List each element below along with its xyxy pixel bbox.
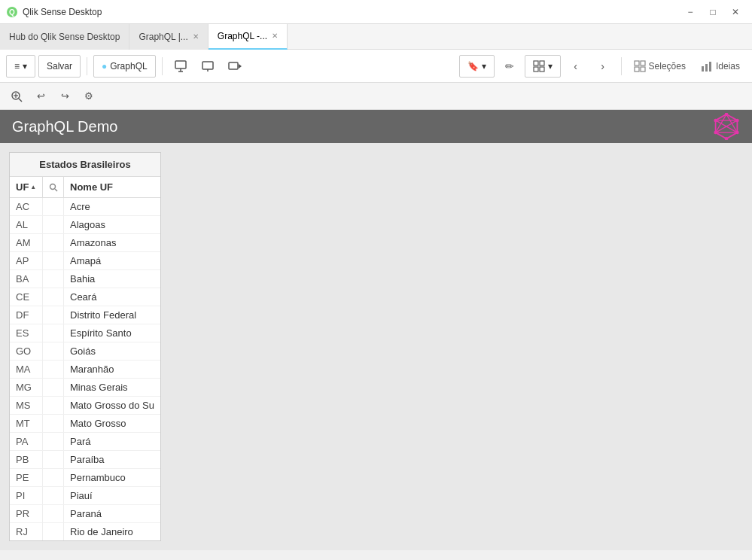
svg-line-38 [55,189,57,191]
svg-rect-19 [709,62,711,72]
cell-gap [43,216,64,233]
cell-uf: MT [10,415,43,432]
table-row[interactable]: PI Piauí [10,487,160,505]
svg-point-37 [50,184,55,189]
cell-nome: Goiás [64,342,160,360]
table-row[interactable]: MG Minas Gerais [10,379,160,397]
settings-button[interactable]: ⚙ [78,86,99,107]
tab-bar: Hub do Qlik Sense Desktop GraphQL |... ✕… [0,24,752,50]
nav-fwd-button[interactable]: › [591,55,615,78]
tab-graphql1[interactable]: GraphQL |... ✕ [129,24,208,50]
table-body: AC Acre AL Alagoas AM Amazonas AP Amapá … [10,198,160,540]
snapshot-icon [533,60,545,72]
selections-icon [634,60,646,72]
uf-column-header[interactable]: UF ▲ [10,177,43,197]
menu-icon: ≡ [14,61,20,72]
redo-button[interactable]: ↪ [54,86,75,107]
cell-nome: Acre [64,198,160,215]
table-row[interactable]: RJ Rio de Janeiro [10,523,160,540]
present2-icon-button[interactable] [223,55,247,78]
table-row[interactable]: MS Mato Grosso do Su [10,397,160,415]
bookmark-arrow-icon: ▾ [482,61,486,72]
app-name-label: GraphQL [110,61,147,72]
minimize-button[interactable]: − [680,2,701,23]
cell-nome: Alagoas [64,216,160,233]
title-bar: Q Qlik Sense Desktop − □ ✕ [0,0,752,24]
svg-rect-5 [202,62,213,69]
cell-uf: AC [10,198,43,215]
widget-title: Estados Brasileiros [10,153,160,177]
cell-gap [43,306,64,324]
bookmark-icon: 🔖 [467,61,479,72]
table-row[interactable]: CE Ceará [10,288,160,306]
cell-nome: Ceará [64,288,160,306]
table-row[interactable]: PB Paraíba [10,451,160,469]
cell-uf: AM [10,234,43,251]
svg-rect-12 [540,67,544,72]
app-name-button[interactable]: ● GraphQL [93,55,156,78]
table-row[interactable]: MA Maranhão [10,361,160,379]
bookmark-button[interactable]: 🔖 ▾ [459,55,495,78]
table-row[interactable]: AL Alagoas [10,216,160,234]
close-button[interactable]: ✕ [725,2,746,23]
tab-graphql2-label: GraphQL -... [218,31,267,41]
cell-gap [43,451,64,468]
cell-uf: AL [10,216,43,233]
tab-graphql1-close[interactable]: ✕ [193,32,199,41]
table-row[interactable]: AC Acre [10,198,160,216]
table-row[interactable]: AM Amazonas [10,234,160,252]
svg-rect-7 [229,62,238,69]
tab-hub[interactable]: Hub do Qlik Sense Desktop [0,24,129,50]
toolbar-right: 🔖 ▾ ✏ ▾ ‹ › [459,55,746,78]
present-icon-button[interactable] [196,55,220,78]
table-row[interactable]: PA Pará [10,433,160,451]
cell-gap [43,342,64,360]
cell-nome: Amapá [64,252,160,269]
svg-text:Q: Q [9,8,15,17]
cell-nome: Distrito Federal [64,306,160,324]
table-row[interactable]: AP Amapá [10,252,160,270]
save-button[interactable]: Salvar [38,55,81,78]
snapshot-button[interactable]: ▾ [525,55,561,78]
tab-graphql2-close[interactable]: ✕ [272,32,278,40]
nome-uf-column-header[interactable]: Nome UF [64,177,160,197]
cell-nome: Amazonas [64,234,160,251]
svg-rect-13 [635,61,639,65]
cell-nome: Maranhão [64,361,160,378]
table-row[interactable]: DF Distrito Federal [10,306,160,324]
maximize-button[interactable]: □ [702,2,723,23]
tab-graphql2[interactable]: GraphQL -... ✕ [209,24,288,50]
table-row[interactable]: GO Goiás [10,342,160,361]
page-title-bar: GraphQL Demo [0,110,752,143]
table-row[interactable]: MT Mato Grosso [10,415,160,433]
toolbar-separator-3 [621,57,622,75]
nav-back-button[interactable]: ‹ [564,55,588,78]
cell-uf: DF [10,306,43,324]
menu-button[interactable]: ≡ ▾ [6,55,35,78]
selections-button[interactable]: Seleções [628,57,692,75]
cell-nome: Piauí [64,487,160,504]
edit-button[interactable]: ✏ [498,55,522,78]
zoom-fit-button[interactable] [6,86,27,107]
present-icon [201,59,215,73]
uf-header-label: UF [16,181,29,193]
table-row[interactable]: PE Pernambuco [10,469,160,487]
cell-uf: RJ [10,523,43,540]
table-row[interactable]: BA Bahia [10,270,160,288]
ideas-button[interactable]: Ideias [695,57,746,75]
cell-nome: Pará [64,433,160,450]
cell-gap [43,252,64,269]
nav-back-icon: ‹ [574,60,577,72]
cell-uf: ES [10,324,43,342]
table-row[interactable]: ES Espírito Santo [10,324,160,342]
publish-icon-button[interactable] [169,55,193,78]
cell-uf: GO [10,342,43,360]
cell-gap [43,270,64,288]
undo-button[interactable]: ↩ [30,86,51,107]
search-button[interactable] [43,177,64,197]
cell-uf: MA [10,361,43,378]
app-title: Qlik Sense Desktop [23,7,102,17]
cell-gap [43,379,64,396]
table-row[interactable]: PR Paraná [10,505,160,523]
cell-gap [43,505,64,522]
